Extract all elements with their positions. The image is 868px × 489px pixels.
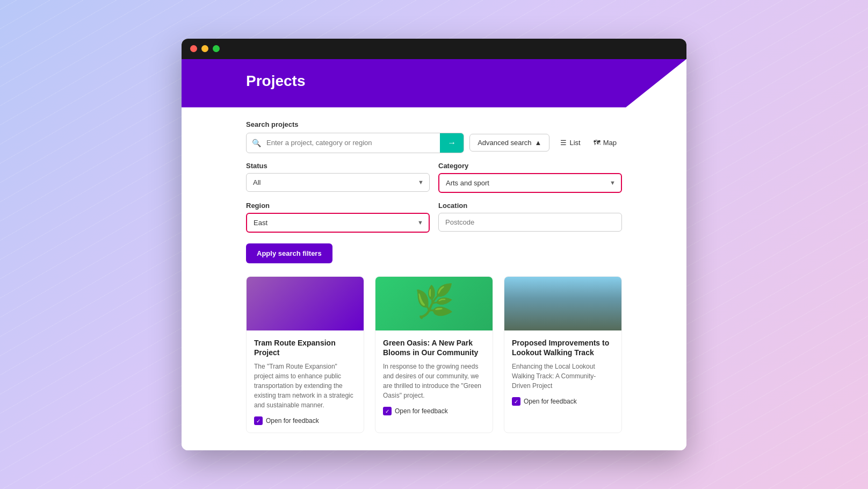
status-label-3: Open for feedback bbox=[524, 398, 577, 405]
search-label: Search projects bbox=[246, 120, 622, 128]
status-select-wrapper: All Open Closed Upcoming ▼ bbox=[246, 173, 430, 192]
location-input[interactable] bbox=[439, 213, 621, 231]
project-card-2-image bbox=[375, 277, 493, 330]
project-card-3[interactable]: Proposed Improvements to Lookout Walking… bbox=[504, 276, 622, 433]
search-icon: 🔍 bbox=[247, 139, 266, 147]
chevron-up-icon: ▲ bbox=[535, 139, 542, 147]
search-submit-button[interactable]: → bbox=[440, 133, 464, 153]
page-content: Search projects 🔍 → Advanced search ▲ ☰ … bbox=[182, 107, 686, 450]
status-checkbox-2: ✓ bbox=[383, 407, 392, 415]
location-input-wrapper bbox=[438, 213, 622, 232]
project-card-2[interactable]: Green Oasis: A New Park Blooms in Our Co… bbox=[375, 276, 493, 433]
filter-group-category: Category Arts and sport Transport Enviro… bbox=[438, 162, 622, 193]
search-input-wrapper: 🔍 → bbox=[246, 133, 464, 153]
category-select-wrapper: Arts and sport Transport Environment Com… bbox=[438, 173, 622, 193]
category-select[interactable]: Arts and sport Transport Environment Com… bbox=[439, 174, 621, 192]
search-row: 🔍 → Advanced search ▲ ☰ List 🗺 Map bbox=[246, 133, 622, 153]
region-select[interactable]: All East West North South bbox=[247, 214, 429, 232]
region-filter-label: Region bbox=[246, 202, 430, 210]
status-label-1: Open for feedback bbox=[266, 417, 319, 425]
project-card-3-title: Proposed Improvements to Lookout Walking… bbox=[512, 338, 614, 357]
page-header: Projects bbox=[182, 59, 686, 107]
list-icon: ☰ bbox=[560, 139, 567, 147]
project-card-2-desc: In response to the growing needs and des… bbox=[383, 362, 485, 400]
apply-filters-button[interactable]: Apply search filters bbox=[246, 243, 332, 263]
browser-window: Projects Search projects 🔍 → Advanced se… bbox=[182, 39, 686, 450]
project-card-1-body: Tram Route Expansion Project The "Tram R… bbox=[247, 330, 364, 433]
filters-grid: Status All Open Closed Upcoming ▼ Catego… bbox=[246, 162, 622, 233]
list-label: List bbox=[569, 139, 580, 147]
advanced-search-button[interactable]: Advanced search ▲ bbox=[469, 134, 549, 152]
project-card-1-image bbox=[247, 277, 364, 330]
status-checkbox-3: ✓ bbox=[512, 397, 520, 406]
map-label: Map bbox=[603, 139, 617, 147]
status-filter-label: Status bbox=[246, 162, 430, 170]
region-select-wrapper: All East West North South ▼ bbox=[246, 213, 430, 233]
traffic-light-yellow[interactable] bbox=[201, 45, 208, 52]
filter-group-region: Region All East West North South ▼ bbox=[246, 202, 430, 233]
browser-titlebar bbox=[182, 39, 686, 59]
map-icon: 🗺 bbox=[594, 139, 601, 147]
project-card-3-body: Proposed Improvements to Lookout Walking… bbox=[504, 330, 621, 413]
project-card-1-status: ✓ Open for feedback bbox=[254, 416, 356, 425]
project-card-3-desc: Enhancing the Local Lookout Walking Trac… bbox=[512, 362, 614, 391]
search-arrow-icon: → bbox=[447, 138, 456, 148]
project-card-3-status: ✓ Open for feedback bbox=[512, 397, 614, 406]
advanced-search-label: Advanced search bbox=[478, 139, 531, 147]
project-card-3-image bbox=[504, 277, 621, 330]
project-card-1[interactable]: Tram Route Expansion Project The "Tram R… bbox=[246, 276, 364, 433]
status-select[interactable]: All Open Closed Upcoming bbox=[247, 174, 429, 191]
filter-group-status: Status All Open Closed Upcoming ▼ bbox=[246, 162, 430, 193]
view-toggle-group: ☰ List 🗺 Map bbox=[555, 135, 622, 150]
map-view-button[interactable]: 🗺 Map bbox=[588, 135, 622, 150]
list-view-button[interactable]: ☰ List bbox=[555, 135, 585, 150]
page-title: Projects bbox=[246, 73, 306, 90]
status-checkbox-1: ✓ bbox=[254, 416, 263, 425]
status-label-2: Open for feedback bbox=[395, 407, 448, 415]
project-card-2-title: Green Oasis: A New Park Blooms in Our Co… bbox=[383, 338, 485, 357]
project-card-2-body: Green Oasis: A New Park Blooms in Our Co… bbox=[375, 330, 493, 423]
traffic-light-red[interactable] bbox=[190, 45, 197, 52]
category-filter-label: Category bbox=[438, 162, 622, 170]
traffic-light-green[interactable] bbox=[213, 45, 220, 52]
projects-grid: Tram Route Expansion Project The "Tram R… bbox=[246, 276, 622, 433]
filter-group-location: Location bbox=[438, 202, 622, 233]
project-card-1-desc: The "Tram Route Expansion" project aims … bbox=[254, 362, 356, 410]
location-filter-label: Location bbox=[438, 202, 622, 210]
project-card-2-status: ✓ Open for feedback bbox=[383, 407, 485, 415]
project-card-1-title: Tram Route Expansion Project bbox=[254, 338, 356, 357]
search-input[interactable] bbox=[266, 134, 440, 152]
